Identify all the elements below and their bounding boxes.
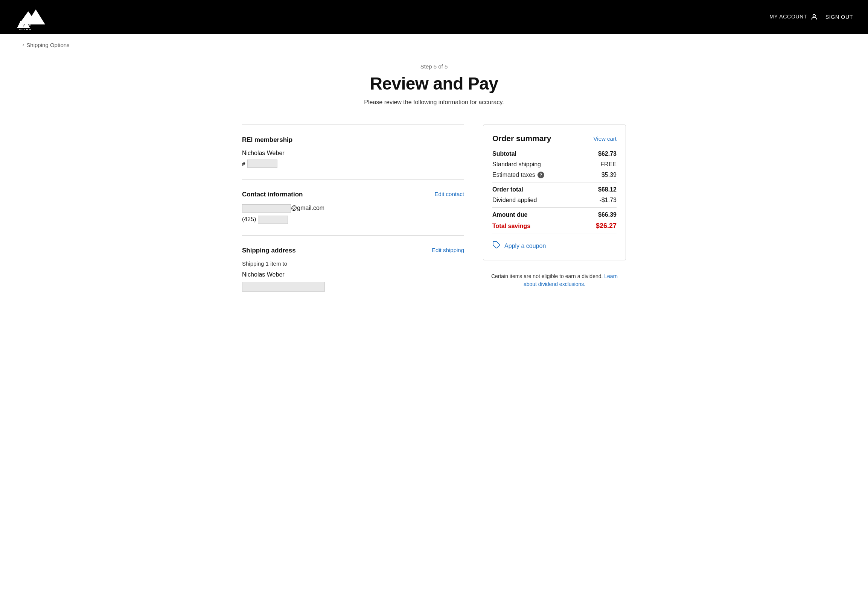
svg-text:co·op: co·op xyxy=(19,28,32,30)
logo[interactable]: REI co·op xyxy=(15,4,49,30)
breadcrumb: ‹ Shipping Options xyxy=(0,34,868,56)
left-column: REI membership Nicholas Weber # Contact … xyxy=(242,125,464,303)
taxes-line: Estimated taxes ? $5.39 xyxy=(492,172,617,178)
order-summary-title: Order summary xyxy=(492,134,551,143)
contact-phone: (425) xyxy=(242,216,464,224)
main-content: REI membership Nicholas Weber # Contact … xyxy=(227,117,641,325)
membership-header: REI membership xyxy=(242,136,464,144)
amount-due-value: $66.39 xyxy=(598,211,617,218)
order-total-label: Order total xyxy=(492,186,523,193)
apply-coupon-section[interactable]: Apply a coupon xyxy=(492,234,617,251)
my-account-label: MY ACCOUNT xyxy=(769,14,807,20)
step-label: Step 5 of 5 xyxy=(0,63,868,70)
membership-section: REI membership Nicholas Weber # xyxy=(242,125,464,179)
dividend-notice: Certain items are not eligible to earn a… xyxy=(483,266,626,294)
phone-redacted xyxy=(258,216,288,224)
contact-email: @gmail.com xyxy=(242,204,464,213)
savings-label: Total savings xyxy=(492,223,530,230)
taxes-label-container: Estimated taxes ? xyxy=(492,172,544,178)
my-account-link[interactable]: MY ACCOUNT xyxy=(769,13,818,21)
taxes-help-icon[interactable]: ? xyxy=(538,172,544,178)
page-title: Review and Pay xyxy=(0,73,868,94)
savings-line: Total savings $26.27 xyxy=(492,222,617,230)
view-cart-link[interactable]: View cart xyxy=(594,135,617,142)
dividend-notice-text: Certain items are not eligible to earn a… xyxy=(491,273,603,279)
divider-2 xyxy=(492,207,617,208)
page-header: Step 5 of 5 Review and Pay Please review… xyxy=(0,56,868,117)
page-subtitle: Please review the following information … xyxy=(0,99,868,106)
shipping-name: Nicholas Weber xyxy=(242,271,464,278)
svg-point-6 xyxy=(813,14,815,17)
subtotal-line: Subtotal $62.73 xyxy=(492,151,617,157)
membership-title: REI membership xyxy=(242,136,292,144)
subtotal-value: $62.73 xyxy=(598,151,617,157)
subtotal-label: Subtotal xyxy=(492,151,516,157)
shipping-label: Standard shipping xyxy=(492,161,541,168)
shipping-line: Standard shipping FREE xyxy=(492,161,617,168)
divider-1 xyxy=(492,182,617,182)
shipping-section: Shipping address Edit shipping Shipping … xyxy=(242,235,464,303)
taxes-value: $5.39 xyxy=(602,172,617,178)
back-link-label: Shipping Options xyxy=(26,42,69,48)
svg-text:REI: REI xyxy=(20,20,31,27)
contact-section: Contact information Edit contact @gmail.… xyxy=(242,179,464,235)
savings-value: $26.27 xyxy=(596,222,617,230)
shipping-title: Shipping address xyxy=(242,247,296,254)
dividend-line: Dividend applied -$1.73 xyxy=(492,197,617,204)
order-summary-card: Order summary View cart Subtotal $62.73 … xyxy=(483,125,626,260)
dividend-label: Dividend applied xyxy=(492,197,537,204)
member-number-prefix: # xyxy=(242,161,245,167)
edit-contact-link[interactable]: Edit contact xyxy=(435,191,464,197)
email-redacted xyxy=(242,204,291,213)
shipping-value: FREE xyxy=(600,161,617,168)
order-summary-header: Order summary View cart xyxy=(492,134,617,143)
sign-out-link[interactable]: SIGN OUT xyxy=(825,14,853,20)
coupon-icon xyxy=(492,241,501,251)
contact-title: Contact information xyxy=(242,191,303,198)
email-suffix: @gmail.com xyxy=(291,205,324,211)
dividend-value: -$1.73 xyxy=(600,197,617,204)
right-column: Order summary View cart Subtotal $62.73 … xyxy=(483,125,626,294)
shipping-header: Shipping address Edit shipping xyxy=(242,247,464,254)
member-number: # xyxy=(242,160,464,168)
back-link[interactable]: ‹ Shipping Options xyxy=(23,42,70,48)
member-number-redacted xyxy=(247,160,277,168)
member-name: Nicholas Weber xyxy=(242,150,464,157)
amount-due-label: Amount due xyxy=(492,211,527,218)
order-total-value: $68.12 xyxy=(598,186,617,193)
apply-coupon-label: Apply a coupon xyxy=(504,243,546,249)
taxes-label: Estimated taxes xyxy=(492,172,535,178)
shipping-address-redacted xyxy=(242,282,325,292)
edit-shipping-link[interactable]: Edit shipping xyxy=(432,247,464,253)
order-total-line: Order total $68.12 xyxy=(492,186,617,193)
shipping-description: Shipping 1 item to xyxy=(242,260,464,267)
chevron-left-icon: ‹ xyxy=(23,42,24,48)
site-header: REI co·op MY ACCOUNT SIGN OUT xyxy=(0,0,868,34)
contact-header: Contact information Edit contact xyxy=(242,191,464,198)
header-nav: MY ACCOUNT SIGN OUT xyxy=(769,13,853,21)
amount-due-line: Amount due $66.39 xyxy=(492,211,617,218)
phone-prefix: (425) xyxy=(242,216,256,222)
